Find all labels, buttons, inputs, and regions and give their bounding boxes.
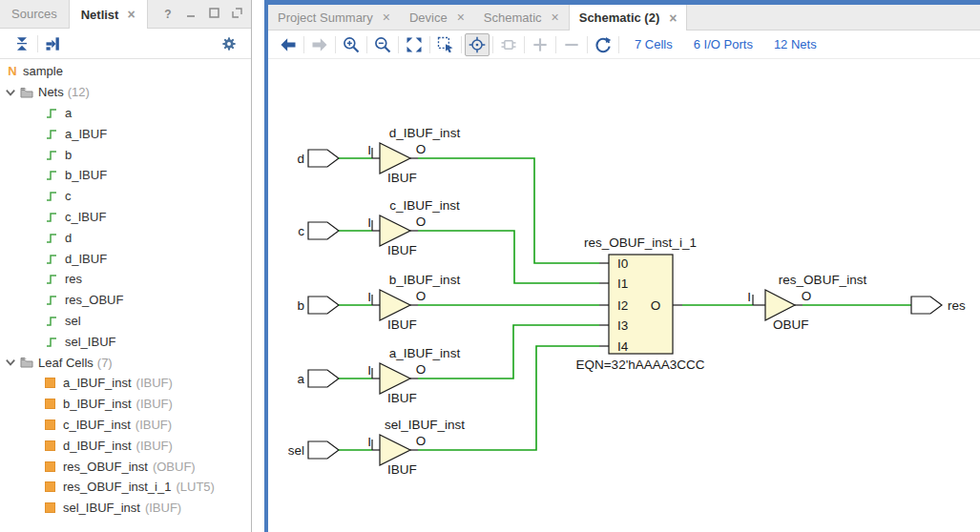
close-icon[interactable]: × bbox=[552, 10, 559, 24]
close-icon[interactable]: × bbox=[457, 10, 465, 24]
net-icon bbox=[46, 107, 57, 119]
collapse-all-button[interactable] bbox=[10, 32, 34, 55]
zoom-out-button[interactable] bbox=[370, 33, 395, 56]
tab-schematic-2[interactable]: Schematic (2) × bbox=[569, 5, 688, 31]
tab-sources[interactable]: Sources bbox=[0, 0, 69, 28]
tree-item-cell[interactable]: res_OBUF_inst(OBUF) bbox=[0, 456, 251, 477]
pin-label: I bbox=[367, 215, 371, 230]
help-icon[interactable]: ? bbox=[161, 8, 175, 21]
port-label: d bbox=[297, 152, 304, 166]
input-port-shape[interactable] bbox=[308, 441, 339, 459]
celltype-label: IBUF bbox=[387, 243, 417, 257]
tree-item-cell[interactable]: res_OBUF_inst_i_1(LUT5) bbox=[0, 477, 251, 498]
cell-label: sel_IBUF_inst bbox=[63, 501, 140, 515]
tab-netlist[interactable]: Netlist × bbox=[69, 0, 148, 29]
tree-count: (12) bbox=[68, 85, 90, 99]
input-port-shape[interactable] bbox=[308, 222, 339, 239]
tab-label: Schematic (2) bbox=[579, 10, 660, 25]
celltype-label: IBUF bbox=[387, 391, 417, 405]
autofit-selection-button[interactable] bbox=[465, 33, 490, 56]
net-icon bbox=[46, 253, 57, 265]
ibuf-shape[interactable] bbox=[380, 435, 410, 465]
forward-button[interactable] bbox=[307, 33, 332, 56]
tab-device[interactable]: Device × bbox=[400, 5, 474, 30]
zoom-to-selection-button[interactable] bbox=[433, 33, 458, 56]
tree-item-net[interactable]: c_IBUF bbox=[0, 207, 251, 228]
close-icon[interactable]: × bbox=[669, 11, 677, 25]
input-port-shape[interactable] bbox=[308, 297, 339, 314]
net-label: a_IBUF bbox=[65, 127, 107, 141]
chevron-down-icon[interactable] bbox=[5, 357, 16, 368]
close-icon[interactable]: × bbox=[127, 8, 135, 21]
tab-schematic[interactable]: Schematic × bbox=[474, 5, 569, 30]
celltype-label: IBUF bbox=[387, 171, 417, 185]
cell-label: res_OBUF_inst bbox=[63, 460, 148, 474]
pin-label: I0 bbox=[617, 256, 628, 271]
tree-item-net[interactable]: d bbox=[0, 227, 251, 248]
tree-item-net[interactable]: a bbox=[0, 103, 251, 124]
net-label: c bbox=[65, 189, 72, 203]
back-button[interactable] bbox=[276, 33, 301, 56]
tree-item-cell[interactable]: sel_IBUF_inst(IBUF) bbox=[0, 498, 251, 519]
instance-label: b_IBUF_inst bbox=[389, 273, 461, 287]
tree-item-net[interactable]: res bbox=[0, 269, 251, 290]
tab-label: Device bbox=[409, 10, 448, 25]
expand-cone-button[interactable] bbox=[496, 33, 521, 56]
close-icon[interactable]: × bbox=[383, 10, 390, 24]
schematic-canvas[interactable]: d I O d_IBUF_inst IBUF c I bbox=[268, 59, 980, 532]
tree-group-leaf-cells[interactable]: Leaf Cells (7) bbox=[0, 352, 251, 373]
ibuf-shape[interactable] bbox=[380, 215, 410, 246]
regenerate-button[interactable] bbox=[591, 33, 615, 56]
io-ports-count-link[interactable]: 6 I/O Ports bbox=[694, 37, 753, 51]
tree-item-net[interactable]: c bbox=[0, 186, 251, 207]
pin-label: O bbox=[416, 289, 427, 303]
scroll-to-selected-button[interactable] bbox=[41, 32, 66, 55]
tree-item-net[interactable]: a_IBUF bbox=[0, 123, 251, 144]
ibuf-shape[interactable] bbox=[380, 290, 410, 320]
tree-group-nets[interactable]: Nets (12) bbox=[0, 82, 251, 103]
remove-button[interactable] bbox=[559, 33, 584, 56]
tree-item-net[interactable]: res_OBUF bbox=[0, 290, 251, 311]
cell-label: res_OBUF_inst_i_1 bbox=[63, 480, 171, 494]
net-label: c_IBUF bbox=[65, 210, 106, 224]
tree-item-cell[interactable]: a_IBUF_inst(IBUF) bbox=[0, 373, 251, 394]
net-wire-sel-ibuf[interactable] bbox=[418, 346, 599, 450]
ibuf-shape[interactable] bbox=[380, 363, 410, 394]
tab-project-summary[interactable]: Project Summary × bbox=[268, 5, 400, 30]
tree-item-net[interactable]: b_IBUF bbox=[0, 165, 251, 186]
folder-icon bbox=[20, 87, 33, 98]
minimize-icon[interactable] bbox=[184, 8, 198, 21]
chevron-down-icon[interactable] bbox=[5, 87, 16, 98]
pin-label: I2 bbox=[617, 298, 628, 313]
pin-label: I3 bbox=[617, 318, 628, 333]
float-icon[interactable] bbox=[230, 8, 243, 21]
output-port-shape[interactable] bbox=[911, 297, 942, 314]
tree-item-sample[interactable]: N sample bbox=[0, 61, 251, 82]
obuf-shape[interactable] bbox=[765, 290, 795, 320]
maximize-icon[interactable] bbox=[207, 8, 220, 21]
cell-icon bbox=[45, 399, 55, 409]
input-port-shape[interactable] bbox=[308, 150, 339, 167]
tree-item-net[interactable]: sel_IBUF bbox=[0, 331, 251, 352]
zoom-in-button[interactable] bbox=[339, 33, 364, 56]
ibuf-shape[interactable] bbox=[380, 143, 410, 174]
pin-label: I bbox=[367, 290, 371, 304]
tree-item-cell[interactable]: b_IBUF_inst(IBUF) bbox=[0, 394, 251, 415]
tree-item-net[interactable]: b bbox=[0, 144, 251, 165]
settings-gear-icon[interactable] bbox=[217, 32, 241, 55]
cells-count-link[interactable]: 7 Cells bbox=[635, 37, 673, 51]
input-port-shape[interactable] bbox=[308, 370, 339, 387]
net-icon bbox=[46, 294, 57, 306]
tree-item-net[interactable]: sel bbox=[0, 311, 251, 332]
cell-type: (OBUF) bbox=[153, 460, 196, 474]
add-button[interactable] bbox=[528, 33, 553, 56]
tree-item-cell[interactable]: c_IBUF_inst(IBUF) bbox=[0, 415, 251, 436]
cell-type: (LUT5) bbox=[176, 480, 214, 494]
instance-label: res_OBUF_inst bbox=[779, 273, 867, 287]
nets-count-link[interactable]: 12 Nets bbox=[774, 37, 817, 51]
tree-item-cell[interactable]: d_IBUF_inst(IBUF) bbox=[0, 435, 251, 456]
net-icon bbox=[46, 315, 57, 327]
pin-label: I1 bbox=[617, 276, 628, 291]
zoom-fit-button[interactable] bbox=[402, 33, 427, 56]
tree-item-net[interactable]: d_IBUF bbox=[0, 248, 251, 269]
